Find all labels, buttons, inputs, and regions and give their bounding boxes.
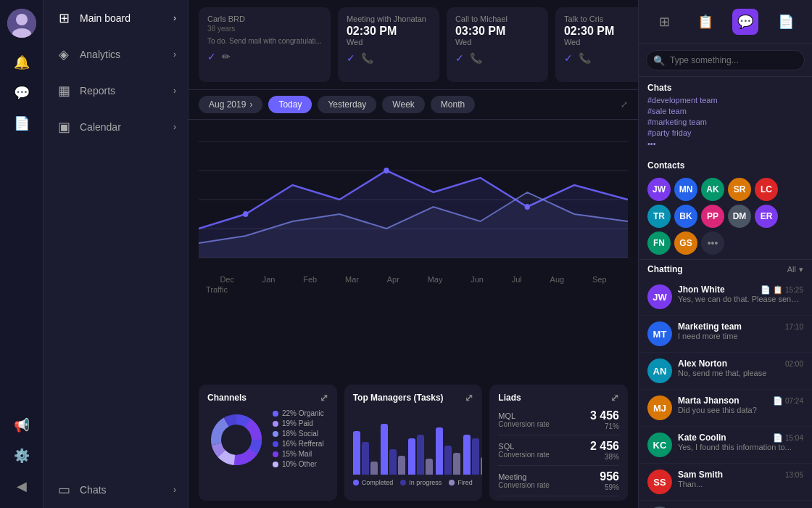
cards-row: Carls BRD 38 years To do. Send mail with… xyxy=(188,0,638,90)
bar-group-0 xyxy=(353,431,378,475)
contact-8[interactable]: DM xyxy=(728,205,751,228)
chats-scroll[interactable]: JW Jhon White 📄 📋 15:25 Yes, we can do t… xyxy=(639,279,812,508)
card-3-actions: ✓ 📞 xyxy=(564,52,638,64)
chat-tag-3[interactable]: #party friday xyxy=(647,128,803,137)
settings-icon[interactable]: ⚙️ xyxy=(9,443,35,469)
filter-month[interactable]: Month xyxy=(431,96,475,113)
nav-label-analytics: Analytics xyxy=(80,49,120,60)
chatting-chevron-icon: ▾ xyxy=(799,265,803,274)
rt-page-icon[interactable]: ⊞ xyxy=(652,9,678,35)
chat-item-3[interactable]: MJ Marta Jhanson 📄 07:24 Did you see thi… xyxy=(639,390,812,427)
contacts-more-button[interactable]: ••• xyxy=(701,232,724,255)
chats-section-label: Chats xyxy=(639,77,812,96)
chat-item-1[interactable]: MT Marketing team 17:10 I need more time xyxy=(639,316,812,353)
reports-icon: ▦ xyxy=(55,83,72,99)
card-1: Meeting with Jhonatan 02:30 PM Wed ✓ 📞 xyxy=(338,7,439,82)
chat-avatar-5: SS xyxy=(647,470,672,494)
card-3-check[interactable]: ✓ xyxy=(564,52,573,64)
contact-2[interactable]: AK xyxy=(701,178,724,201)
chart-expand-icon[interactable]: ⤢ xyxy=(621,99,628,110)
contact-0[interactable]: JW xyxy=(647,178,671,201)
chat-tag-2[interactable]: #marketing team xyxy=(647,118,803,126)
card-0-actions: ✓ ✏ xyxy=(207,51,322,62)
card-3-phone[interactable]: 📞 xyxy=(579,52,591,64)
chat-doc-icon-3: 📄 xyxy=(773,396,783,406)
document-icon[interactable]: 📄 xyxy=(9,110,35,136)
chat-item-2[interactable]: AN Alex Norton 02:00 No, send me that, p… xyxy=(639,353,812,390)
liads-expand-icon[interactable]: ⤢ xyxy=(610,392,619,403)
managers-expand-icon[interactable]: ⤢ xyxy=(465,392,473,403)
bar-group-1 xyxy=(381,424,405,475)
nav-item-calendar[interactable]: ▣ Calendar › xyxy=(44,109,188,145)
message-icon[interactable]: 💬 xyxy=(9,80,35,106)
contact-5[interactable]: TR xyxy=(647,205,671,228)
chat-item-4[interactable]: KC Kate Coolin 📄 15:04 Yes, I found this… xyxy=(639,427,812,464)
chat-time-5: 13:05 xyxy=(785,471,803,479)
card-2-actions: ✓ 📞 xyxy=(455,52,539,64)
bottom-section: Channels ⤢ 22% xyxy=(188,377,638,508)
chat-item-0[interactable]: JW Jhon White 📄 📋 15:25 Yes, we can do t… xyxy=(639,279,812,316)
managers-card: Top Managers (Tasks) ⤢ xyxy=(344,385,483,501)
card-0-check[interactable]: ✓ xyxy=(207,51,216,62)
contact-7[interactable]: PP xyxy=(701,205,724,228)
card-1-check[interactable]: ✓ xyxy=(347,52,355,64)
search-icon: 🔍 xyxy=(653,55,665,66)
card-3-time: 02:30 PM xyxy=(564,25,638,38)
rt-doc-icon[interactable]: 📋 xyxy=(692,9,718,35)
nav-chevron-chats: › xyxy=(173,485,176,495)
card-1-day: Wed xyxy=(347,38,431,46)
chat-name-5: Sam Smith xyxy=(678,470,723,480)
collapse-icon[interactable]: ◀ xyxy=(9,473,35,499)
chat-item-6[interactable]: MW Mark Williams xyxy=(639,501,812,508)
contact-1[interactable]: MN xyxy=(674,178,697,201)
card-0-edit[interactable]: ✏ xyxy=(222,51,231,62)
contact-9[interactable]: ER xyxy=(755,205,778,228)
rt-chat-icon[interactable]: 💬 xyxy=(732,9,758,35)
card-2-phone[interactable]: 📞 xyxy=(470,52,482,64)
chat-time-4: 15:04 xyxy=(785,434,803,442)
chat-doc-icon-0: 📄 xyxy=(761,285,771,295)
nav-item-analytics[interactable]: ◈ Analytics › xyxy=(44,36,188,73)
contact-4[interactable]: LC xyxy=(755,178,778,201)
date-filter-button[interactable]: Aug 2019 › xyxy=(199,96,262,113)
speaker-icon[interactable]: 📢 xyxy=(9,412,35,438)
chat-tag-1[interactable]: #sale team xyxy=(647,107,803,115)
chart-x-labels: Dec Jan Feb Mar Apr May Jun Jul Aug Sep xyxy=(199,275,628,284)
chat-msg-3: Did you see this data? xyxy=(678,406,803,414)
chatting-header: Chatting All ▾ xyxy=(639,259,812,279)
channels-title: Channels ⤢ xyxy=(207,392,328,403)
user-avatar[interactable] xyxy=(7,9,36,38)
card-0-title: Carls BRD xyxy=(207,15,322,23)
chatting-filter[interactable]: All ▾ xyxy=(787,265,803,274)
filter-yesterday[interactable]: Yesterday xyxy=(318,96,376,113)
traffic-chart xyxy=(199,127,628,272)
card-1-phone[interactable]: 📞 xyxy=(361,52,373,64)
chat-tag-more[interactable]: ••• xyxy=(647,139,803,148)
svg-point-1 xyxy=(16,14,28,25)
nav-item-main-board[interactable]: ⊞ Main board › xyxy=(44,0,188,36)
nav-item-chats[interactable]: ▭ Chats › xyxy=(44,472,188,508)
svg-point-12 xyxy=(525,204,530,210)
channels-expand-icon[interactable]: ⤢ xyxy=(320,392,328,403)
contact-11[interactable]: GS xyxy=(674,232,697,255)
filter-week[interactable]: Week xyxy=(382,96,424,113)
chat-msg-1: I need more time xyxy=(678,332,803,340)
nav-sidebar: ⊞ Main board › ◈ Analytics › ▦ Reports ›… xyxy=(44,0,188,508)
liad-mql: MQL Conversion rate 3 456 71% xyxy=(498,409,619,435)
main-content: Carls BRD 38 years To do. Send mail with… xyxy=(188,0,638,508)
search-input[interactable] xyxy=(646,50,805,70)
date-chevron-icon: › xyxy=(249,99,252,110)
chat-msg-5: Than... xyxy=(678,480,803,488)
filter-today[interactable]: Today xyxy=(268,96,312,113)
rt-file-icon[interactable]: 📄 xyxy=(773,9,799,35)
chat-msg-4: Yes, I found this information to... xyxy=(678,443,803,451)
contact-6[interactable]: BK xyxy=(674,205,697,228)
contact-10[interactable]: FN xyxy=(647,232,671,255)
chat-tag-0[interactable]: #development team xyxy=(647,96,803,105)
nav-item-reports[interactable]: ▦ Reports › xyxy=(44,73,188,109)
card-2-check[interactable]: ✓ xyxy=(455,52,464,64)
channels-donut xyxy=(207,411,265,469)
chat-item-5[interactable]: SS Sam Smith 13:05 Than... xyxy=(639,464,812,501)
notification-icon[interactable]: 🔔 xyxy=(9,49,35,75)
contact-3[interactable]: SR xyxy=(728,178,751,201)
